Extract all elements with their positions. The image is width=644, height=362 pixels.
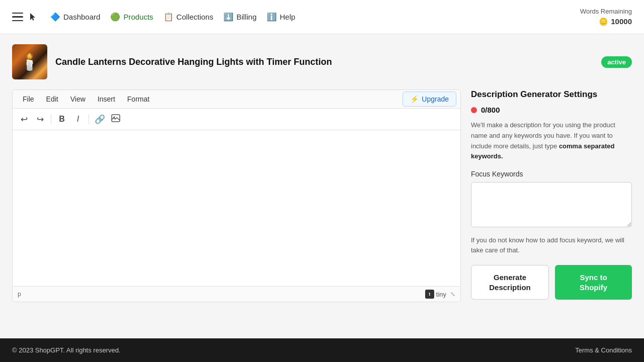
help-icon: ℹ️ bbox=[267, 12, 277, 22]
products-icon: 🟢 bbox=[110, 12, 120, 22]
generate-button[interactable]: GenerateDescription bbox=[471, 265, 549, 300]
recording-dot bbox=[471, 107, 477, 113]
product-title: Candle Lanterns Decorative Hanging Light… bbox=[55, 57, 593, 67]
tinymce-branding: t tiny ⤡ bbox=[425, 290, 455, 299]
editor-wrapper: File Edit View Insert Format ⚡ Upgrade ↩… bbox=[12, 89, 461, 302]
hamburger-icon bbox=[12, 13, 23, 22]
copyright-text: © 2023 ShopGPT. All rights reserved. bbox=[12, 346, 121, 354]
dashboard-icon: 🔷 bbox=[50, 12, 60, 22]
redo-button[interactable]: ↪ bbox=[33, 112, 48, 127]
product-thumbnail-image: 🕯️ bbox=[20, 52, 40, 71]
editor-toolbar: ↩ ↪ B I 🔗 bbox=[13, 109, 460, 130]
focus-keywords-label: Focus Keywords bbox=[471, 170, 632, 178]
menu-view[interactable]: View bbox=[64, 90, 92, 108]
editor-body[interactable] bbox=[13, 130, 460, 286]
header: 🔷 Dashboard 🟢 Products 📋 Collections ⬇️ … bbox=[0, 0, 644, 34]
hint-text: If you do not know how to add focus keyw… bbox=[471, 235, 632, 255]
undo-button[interactable]: ↩ bbox=[17, 112, 32, 127]
image-button[interactable] bbox=[108, 112, 123, 127]
words-remaining: Words Remaining 🪙 10000 bbox=[580, 7, 632, 27]
bold-button[interactable]: B bbox=[54, 112, 69, 127]
nav-help[interactable]: ℹ️ Help bbox=[267, 12, 295, 22]
nav-billing[interactable]: ⬇️ Billing bbox=[223, 12, 257, 22]
bold-icon: B bbox=[59, 115, 65, 124]
collections-icon: 📋 bbox=[164, 12, 174, 22]
word-count: 0/800 bbox=[481, 106, 500, 114]
editor-menubar: File Edit View Insert Format ⚡ Upgrade bbox=[13, 90, 460, 109]
toolbar-separator-1 bbox=[51, 114, 51, 124]
cursor-icon bbox=[29, 12, 36, 22]
menu-format[interactable]: Format bbox=[121, 90, 155, 108]
main-nav: 🔷 Dashboard 🟢 Products 📋 Collections ⬇️ … bbox=[50, 12, 295, 22]
menu-insert[interactable]: Insert bbox=[92, 90, 121, 108]
product-header: 🕯️ Candle Lanterns Decorative Hanging Li… bbox=[12, 44, 632, 79]
terms-link[interactable]: Terms & Conditions bbox=[575, 346, 632, 354]
redo-icon: ↪ bbox=[37, 114, 44, 125]
billing-icon: ⬇️ bbox=[223, 12, 233, 22]
toolbar-separator-2 bbox=[89, 114, 89, 124]
sync-button[interactable]: Sync toShopify bbox=[555, 265, 632, 300]
settings-panel: Description Generator Settings 0/800 We'… bbox=[471, 89, 632, 302]
nav-dashboard[interactable]: 🔷 Dashboard bbox=[50, 12, 100, 22]
menu-toggle[interactable] bbox=[12, 12, 36, 22]
nav-collections[interactable]: 📋 Collections bbox=[164, 12, 213, 22]
product-thumbnail: 🕯️ bbox=[12, 44, 47, 79]
lightning-icon: ⚡ bbox=[410, 95, 419, 103]
upgrade-button[interactable]: ⚡ Upgrade bbox=[403, 92, 456, 107]
italic-button[interactable]: I bbox=[70, 112, 86, 127]
menu-edit[interactable]: Edit bbox=[40, 90, 64, 108]
settings-title: Description Generator Settings bbox=[471, 89, 632, 100]
editor-footer: p t tiny ⤡ bbox=[13, 286, 460, 302]
main-content: 🕯️ Candle Lanterns Decorative Hanging Li… bbox=[0, 34, 644, 338]
header-left: 🔷 Dashboard 🟢 Products 📋 Collections ⬇️ … bbox=[12, 12, 295, 22]
footer: © 2023 ShopGPT. All rights reserved. Ter… bbox=[0, 338, 644, 362]
keywords-input[interactable] bbox=[471, 182, 632, 227]
italic-icon: I bbox=[77, 115, 79, 124]
status-badge: active bbox=[601, 56, 632, 68]
link-button[interactable]: 🔗 bbox=[92, 112, 107, 127]
settings-description: We'll make a description for you using t… bbox=[471, 120, 632, 162]
nav-products[interactable]: 🟢 Products bbox=[110, 12, 153, 22]
tinymce-icon: t bbox=[425, 290, 434, 299]
image-icon bbox=[111, 114, 120, 125]
menu-file[interactable]: File bbox=[17, 90, 40, 108]
action-buttons: GenerateDescription Sync toShopify bbox=[471, 265, 632, 300]
resize-icon: ⤡ bbox=[450, 291, 455, 298]
editor-path: p bbox=[18, 291, 21, 298]
word-count-row: 0/800 bbox=[471, 106, 632, 114]
coin-icon: 🪙 bbox=[599, 16, 608, 27]
link-icon: 🔗 bbox=[95, 114, 105, 125]
undo-icon: ↩ bbox=[21, 114, 28, 125]
editor-container: File Edit View Insert Format ⚡ Upgrade ↩… bbox=[12, 89, 632, 302]
